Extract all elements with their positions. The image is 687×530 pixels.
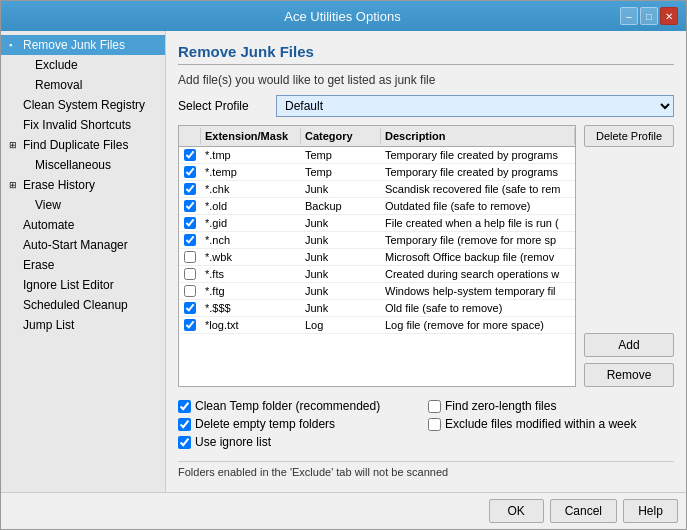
- table-row: *.tempTempTemporary file created by prog…: [179, 164, 575, 181]
- sidebar-item-label: Erase History: [23, 178, 95, 192]
- expand-icon: ⊞: [9, 140, 19, 150]
- sidebar-item-exclude[interactable]: Exclude: [1, 55, 165, 75]
- row-category: Backup: [301, 198, 381, 214]
- row-category: Junk: [301, 266, 381, 282]
- row-category: Junk: [301, 249, 381, 265]
- main-window: Ace Utilities Options – □ ✕ ▪Remove Junk…: [0, 0, 687, 530]
- footer-text: Folders enabled in the 'Exclude' tab wil…: [178, 461, 674, 480]
- row-checkbox-cell[interactable]: [179, 198, 201, 214]
- panel-description: Add file(s) you would like to get listed…: [178, 73, 674, 87]
- row-checkbox-cell[interactable]: [179, 164, 201, 180]
- checkbox-label-text-use-ignore: Use ignore list: [195, 435, 271, 449]
- row-extension: *.chk: [201, 181, 301, 197]
- help-button[interactable]: Help: [623, 499, 678, 523]
- sidebar-item-miscellaneous[interactable]: Miscellaneous: [1, 155, 165, 175]
- sidebar-item-removal[interactable]: Removal: [1, 75, 165, 95]
- row-checkbox[interactable]: [184, 251, 196, 263]
- row-checkbox[interactable]: [184, 183, 196, 195]
- col-check: [179, 128, 201, 144]
- checkbox-zero-length[interactable]: Find zero-length files: [428, 399, 674, 413]
- table-row: *.oldBackupOutdated file (safe to remove…: [179, 198, 575, 215]
- checkbox-input-delete-empty[interactable]: [178, 418, 191, 431]
- sidebar-item-jump-list[interactable]: Jump List: [1, 315, 165, 335]
- row-checkbox-cell[interactable]: [179, 215, 201, 231]
- close-button[interactable]: ✕: [660, 7, 678, 25]
- row-checkbox[interactable]: [184, 268, 196, 280]
- row-checkbox-cell[interactable]: [179, 317, 201, 333]
- ok-button[interactable]: OK: [489, 499, 544, 523]
- row-checkbox[interactable]: [184, 319, 196, 331]
- checkbox-delete-empty[interactable]: Delete empty temp folders: [178, 417, 424, 431]
- sidebar-item-label: Miscellaneous: [35, 158, 111, 172]
- row-category: Junk: [301, 215, 381, 231]
- row-checkbox[interactable]: [184, 234, 196, 246]
- sidebar-item-erase[interactable]: Erase: [1, 255, 165, 275]
- checkbox-input-exclude-week[interactable]: [428, 418, 441, 431]
- row-checkbox-cell[interactable]: [179, 249, 201, 265]
- sidebar-item-fix-invalid-shortcuts[interactable]: Fix Invalid Shortcuts: [1, 115, 165, 135]
- sidebar-item-label: View: [35, 198, 61, 212]
- sidebar-item-view[interactable]: View: [1, 195, 165, 215]
- row-extension: *log.txt: [201, 317, 301, 333]
- sidebar-item-find-duplicate-files[interactable]: ⊞Find Duplicate Files: [1, 135, 165, 155]
- row-extension: *.wbk: [201, 249, 301, 265]
- row-category: Junk: [301, 181, 381, 197]
- row-checkbox-cell[interactable]: [179, 232, 201, 248]
- row-checkbox[interactable]: [184, 200, 196, 212]
- cancel-button[interactable]: Cancel: [550, 499, 617, 523]
- checkbox-use-ignore[interactable]: Use ignore list: [178, 435, 424, 449]
- row-description: Windows help-system temporary fil: [381, 283, 575, 299]
- checkbox-input-use-ignore[interactable]: [178, 436, 191, 449]
- col-ext: Extension/Mask: [201, 128, 301, 144]
- add-button[interactable]: Add: [584, 333, 674, 357]
- maximize-button[interactable]: □: [640, 7, 658, 25]
- window-controls: – □ ✕: [620, 7, 678, 25]
- content-area: ▪Remove Junk FilesExcludeRemovalClean Sy…: [1, 31, 686, 492]
- profile-select[interactable]: Default: [276, 95, 674, 117]
- row-description: Scandisk recovered file (safe to rem: [381, 181, 575, 197]
- remove-button[interactable]: Remove: [584, 363, 674, 387]
- row-checkbox-cell[interactable]: [179, 147, 201, 163]
- checkbox-input-zero-length[interactable]: [428, 400, 441, 413]
- title-bar: Ace Utilities Options – □ ✕: [1, 1, 686, 31]
- sidebar-item-auto-start-manager[interactable]: Auto-Start Manager: [1, 235, 165, 255]
- table-header: Extension/Mask Category Description: [179, 126, 575, 147]
- row-checkbox[interactable]: [184, 166, 196, 178]
- sidebar-item-remove-junk-files[interactable]: ▪Remove Junk Files: [1, 35, 165, 55]
- row-checkbox[interactable]: [184, 217, 196, 229]
- table-row: *.chkJunkScandisk recovered file (safe t…: [179, 181, 575, 198]
- sidebar-item-clean-system-registry[interactable]: Clean System Registry: [1, 95, 165, 115]
- row-checkbox[interactable]: [184, 302, 196, 314]
- row-category: Junk: [301, 283, 381, 299]
- row-checkbox[interactable]: [184, 149, 196, 161]
- table-row: *.wbkJunkMicrosoft Office backup file (r…: [179, 249, 575, 266]
- checkbox-input-clean-temp[interactable]: [178, 400, 191, 413]
- row-description: Outdated file (safe to remove): [381, 198, 575, 214]
- row-extension: *.ftg: [201, 283, 301, 299]
- row-checkbox-cell[interactable]: [179, 266, 201, 282]
- sidebar-item-scheduled-cleanup[interactable]: Scheduled Cleanup: [1, 295, 165, 315]
- row-description: Old file (safe to remove): [381, 300, 575, 316]
- sidebar-item-label: Find Duplicate Files: [23, 138, 128, 152]
- sidebar-item-automate[interactable]: Automate: [1, 215, 165, 235]
- delete-profile-button[interactable]: Delete Profile: [584, 125, 674, 147]
- row-checkbox-cell[interactable]: [179, 300, 201, 316]
- minimize-button[interactable]: –: [620, 7, 638, 25]
- checkbox-label-text-zero-length: Find zero-length files: [445, 399, 556, 413]
- row-category: Log: [301, 317, 381, 333]
- table-row: *.ftgJunkWindows help-system temporary f…: [179, 283, 575, 300]
- panel-title: Remove Junk Files: [178, 43, 674, 65]
- sidebar-item-erase-history[interactable]: ⊞Erase History: [1, 175, 165, 195]
- row-checkbox-cell[interactable]: [179, 181, 201, 197]
- sidebar-item-ignore-list-editor[interactable]: Ignore List Editor: [1, 275, 165, 295]
- table-row: *.$$$JunkOld file (safe to remove): [179, 300, 575, 317]
- sidebar-item-label: Ignore List Editor: [23, 278, 114, 292]
- row-checkbox-cell[interactable]: [179, 283, 201, 299]
- row-extension: *.tmp: [201, 147, 301, 163]
- table-row: *.nchJunkTemporary file (remove for more…: [179, 232, 575, 249]
- checkbox-exclude-week[interactable]: Exclude files modified within a week: [428, 417, 674, 431]
- window-title: Ace Utilities Options: [65, 9, 620, 24]
- sidebar-item-label: Erase: [23, 258, 54, 272]
- checkbox-clean-temp[interactable]: Clean Temp folder (recommended): [178, 399, 424, 413]
- row-checkbox[interactable]: [184, 285, 196, 297]
